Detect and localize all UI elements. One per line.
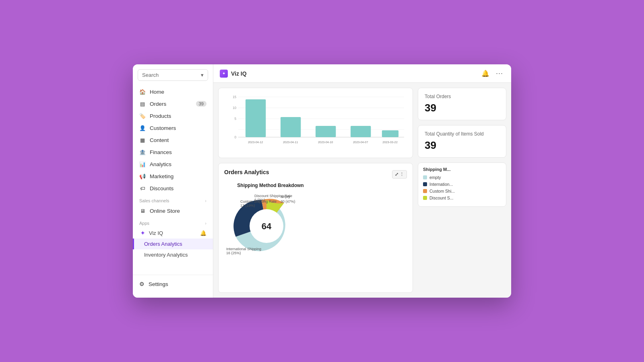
products-icon: 🏷️	[139, 113, 146, 119]
svg-rect-12	[351, 126, 371, 137]
legend-dot-empty	[423, 175, 427, 179]
finances-icon: 🏦	[139, 149, 146, 155]
analytics-header: Orders Analytics ⤢ ⋮	[224, 169, 407, 179]
legend-dot-custom	[423, 189, 427, 193]
expand-icon: ⤢	[395, 172, 398, 177]
svg-text:2023-04-11: 2023-04-11	[283, 140, 298, 144]
settings-icon: ⚙	[139, 281, 144, 287]
more-icon: ⋮	[400, 172, 404, 177]
sidebar-item-content[interactable]: ▦ Content	[133, 134, 213, 146]
svg-rect-10	[281, 117, 301, 137]
svg-rect-13	[382, 130, 398, 137]
analytics-content: Shipping Method Breakdown	[224, 183, 407, 288]
sidebar-nav: 🏠 Home ▤ Orders 39 🏷️ Products 👤 Custome…	[133, 86, 213, 275]
svg-text:15: 15	[233, 95, 236, 99]
svg-text:2023-04-12: 2023-04-12	[248, 140, 263, 144]
donut-chart-title: Shipping Method Breakdown	[224, 183, 317, 188]
topbar: ✦ Viz IQ 🔔 ···	[213, 64, 511, 83]
content-area: 15 10 5 0	[213, 83, 511, 298]
svg-rect-9	[246, 99, 266, 137]
sidebar-item-online-store[interactable]: 🖥 Online Store	[133, 205, 213, 217]
legend-dot-discount	[423, 196, 427, 200]
legend-item-custom: Custom Shi...	[423, 189, 501, 193]
left-panel: 15 10 5 0	[218, 88, 413, 293]
discount-label: Discount Shipping Rate6 (9%)	[254, 194, 292, 202]
search-placeholder: Search	[142, 72, 159, 78]
app-window: Search ▾ 🏠 Home ▤ Orders 39 🏷️ Products …	[133, 64, 511, 298]
total-orders-card: Total Orders 39	[418, 88, 506, 120]
discounts-icon: 🏷	[139, 185, 146, 191]
sales-channels-section: Sales channels ›	[133, 194, 213, 205]
donut-chart-container: Shipping Method Breakdown	[224, 183, 317, 263]
right-panel: Total Orders 39 Total Quantity of Items …	[418, 88, 506, 293]
svg-text:5: 5	[234, 117, 236, 121]
search-input[interactable]: Search ▾	[138, 69, 208, 81]
apps-section: Apps ›	[133, 217, 213, 227]
legend-item-empty: empty	[423, 175, 501, 180]
total-qty-label: Total Quantity of Items Sold	[425, 131, 500, 137]
legend-card: Shipping M... empty Internation... Custo…	[418, 162, 506, 207]
sidebar-item-discounts[interactable]: 🏷 Discounts	[133, 182, 213, 194]
apps-arrow: ›	[205, 221, 206, 226]
bar-chart-area: 15 10 5 0	[223, 93, 408, 145]
sidebar-item-inventory-analytics[interactable]: Inventory Analytics	[133, 249, 213, 260]
bar-chart-card: 15 10 5 0	[218, 88, 413, 158]
sidebar-item-finances[interactable]: 🏦 Finances	[133, 146, 213, 158]
svg-text:64: 64	[262, 221, 272, 231]
orders-icon: ▤	[139, 101, 146, 107]
svg-text:2023-04-10: 2023-04-10	[318, 140, 333, 144]
sales-channels-arrow: ›	[205, 198, 206, 203]
customers-icon: 👤	[139, 125, 146, 131]
analytics-title: Orders Analytics	[224, 169, 269, 175]
sidebar-item-products[interactable]: 🏷️ Products	[133, 110, 213, 122]
content-icon: ▦	[139, 137, 146, 143]
more-options-button[interactable]: ···	[494, 68, 505, 79]
svg-text:10: 10	[233, 106, 236, 110]
notification-button[interactable]: 🔔	[480, 68, 491, 79]
analytics-actions: ⤢ ⋮	[392, 170, 407, 179]
sidebar-item-marketing[interactable]: 📢 Marketing	[133, 170, 213, 182]
sidebar: Search ▾ 🏠 Home ▤ Orders 39 🏷️ Products …	[133, 64, 213, 298]
online-store-icon: 🖥	[139, 208, 146, 214]
sidebar-item-orders[interactable]: ▤ Orders 39	[133, 98, 213, 110]
home-icon: 🏠	[139, 88, 146, 95]
svg-text:2023-03-22: 2023-03-22	[382, 140, 397, 144]
sidebar-item-viziq[interactable]: ✦ Viz IQ 🔔	[133, 227, 213, 239]
total-qty-card: Total Quantity of Items Sold 39	[418, 125, 506, 158]
expand-button[interactable]: ⤢ ⋮	[392, 170, 407, 179]
analytics-card: Orders Analytics ⤢ ⋮ Shipping Method Bre…	[218, 163, 413, 293]
bar-chart-svg: 15 10 5 0	[223, 93, 408, 145]
topbar-actions: 🔔 ···	[480, 68, 505, 79]
orders-badge: 39	[196, 101, 206, 107]
app-title: Viz IQ	[231, 70, 247, 77]
legend-item-discount: Discount S...	[423, 195, 501, 200]
sidebar-item-orders-analytics[interactable]: Orders Analytics	[133, 239, 213, 249]
sidebar-item-home[interactable]: 🏠 Home	[133, 86, 213, 98]
total-qty-value: 39	[425, 139, 500, 152]
legend-item-international: Internation...	[423, 182, 501, 187]
viziq-icon: ✦	[139, 230, 146, 236]
sidebar-footer: ⚙ Settings	[133, 275, 213, 293]
chevron-down-icon: ▾	[201, 72, 204, 78]
sidebar-item-customers[interactable]: 👤 Customers	[133, 122, 213, 134]
sidebar-item-settings[interactable]: ⚙ Settings	[139, 279, 206, 289]
svg-text:2023-04-07: 2023-04-07	[353, 140, 368, 144]
sidebar-item-analytics[interactable]: 📊 Analytics	[133, 158, 213, 170]
total-orders-label: Total Orders	[425, 94, 500, 99]
svg-rect-11	[316, 126, 336, 137]
legend-title: Shipping M...	[423, 167, 501, 172]
analytics-icon: 📊	[139, 161, 146, 167]
marketing-icon: 📢	[139, 173, 146, 179]
main-content: ✦ Viz IQ 🔔 ···	[213, 64, 511, 298]
viziq-bell-icon[interactable]: 🔔	[200, 230, 206, 236]
svg-text:0: 0	[234, 135, 236, 139]
legend-dot-international	[423, 182, 427, 186]
app-logo: ✦	[220, 70, 228, 78]
international-label: International Shipping16 (25%)	[226, 247, 261, 255]
total-orders-value: 39	[425, 102, 500, 114]
